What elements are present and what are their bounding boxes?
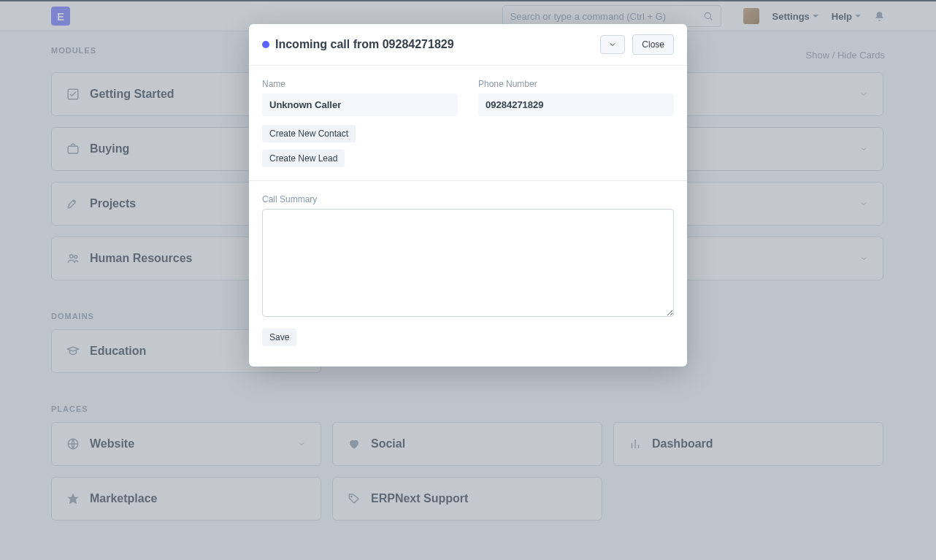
close-button[interactable]: Close (632, 34, 674, 55)
name-value: Unknown Caller (262, 93, 458, 116)
create-contact-button[interactable]: Create New Contact (262, 125, 356, 142)
call-summary-input[interactable] (262, 209, 674, 317)
minimize-button[interactable] (600, 35, 625, 54)
save-button[interactable]: Save (262, 329, 296, 346)
phone-label: Phone Number (478, 79, 674, 89)
incoming-call-modal: Incoming call from 09284271829 Close Nam… (249, 24, 687, 367)
modal-overlay: Incoming call from 09284271829 Close Nam… (0, 0, 936, 560)
indicator-dot-icon (262, 41, 269, 48)
create-lead-label: Create New Lead (269, 153, 337, 164)
create-lead-button[interactable]: Create New Lead (262, 150, 345, 167)
create-contact-label: Create New Contact (269, 129, 348, 139)
save-button-label: Save (269, 332, 289, 342)
call-summary-label: Call Summary (262, 194, 674, 204)
name-label: Name (262, 79, 458, 89)
close-button-label: Close (642, 39, 664, 50)
phone-value: 09284271829 (478, 93, 674, 116)
modal-title: Incoming call from 09284271829 (275, 38, 600, 51)
chevron-down-icon (608, 40, 617, 49)
